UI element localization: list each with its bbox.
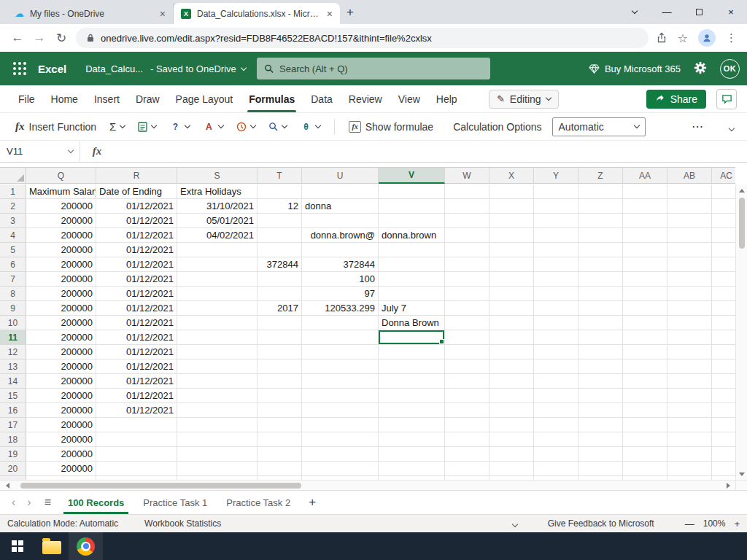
cell-AB18[interactable] xyxy=(667,432,712,447)
column-header-z[interactable]: Z xyxy=(578,168,623,184)
browser-profile-avatar[interactable] xyxy=(698,29,716,47)
cell-AC6[interactable] xyxy=(712,257,735,272)
cell-V13[interactable] xyxy=(379,359,445,374)
ribbon-tab-review[interactable]: Review xyxy=(341,85,390,112)
cell-R20[interactable] xyxy=(96,462,177,476)
cell-Z7[interactable] xyxy=(578,272,623,287)
add-sheet-button[interactable]: + xyxy=(300,495,325,510)
cell-S7[interactable] xyxy=(177,272,258,287)
all-sheets-menu-icon[interactable]: ≡ xyxy=(37,496,58,509)
cell-AC8[interactable] xyxy=(712,287,735,301)
cell-V9[interactable]: July 7 xyxy=(379,301,445,316)
cell-X19[interactable] xyxy=(489,447,534,462)
cell-AC19[interactable] xyxy=(712,447,735,462)
cell-Z18[interactable] xyxy=(578,432,623,447)
cell-Y16[interactable] xyxy=(534,403,578,418)
cell-R12[interactable]: 01/12/2021 xyxy=(96,345,177,359)
cell-AA11[interactable] xyxy=(623,330,667,345)
row-header-16[interactable]: 16 xyxy=(0,403,26,418)
cell-R17[interactable] xyxy=(96,418,177,432)
minimize-button[interactable]: — xyxy=(651,0,683,24)
cell-S1[interactable]: Extra Holidays xyxy=(177,184,258,199)
cell-AC12[interactable] xyxy=(712,345,735,359)
cell-Q20[interactable]: 200000 xyxy=(26,462,96,476)
cell-T21[interactable] xyxy=(258,476,302,480)
cell-R19[interactable] xyxy=(96,447,177,462)
cell-W9[interactable] xyxy=(445,301,489,316)
cell-Y21[interactable] xyxy=(534,476,578,480)
cell-Q11[interactable]: 200000 xyxy=(26,330,96,345)
sheet-tab-practice-task-2[interactable]: Practice Task 2 xyxy=(217,491,300,514)
app-launcher-button[interactable] xyxy=(7,56,32,81)
cell-AC1[interactable] xyxy=(712,184,735,199)
cell-AA13[interactable] xyxy=(623,359,667,374)
cell-S3[interactable]: 05/01/2021 xyxy=(177,214,258,228)
url-input[interactable]: onedrive.live.com/edit.aspx?resid=FDB8F4… xyxy=(76,28,649,48)
cell-Y19[interactable] xyxy=(534,447,578,462)
cell-W3[interactable] xyxy=(445,214,489,228)
cell-T6[interactable]: 372844 xyxy=(258,257,302,272)
cell-Y10[interactable] xyxy=(534,316,578,330)
column-header-u[interactable]: U xyxy=(302,168,379,184)
cell-AA5[interactable] xyxy=(623,243,667,257)
cell-U13[interactable] xyxy=(302,359,379,374)
row-header-15[interactable]: 15 xyxy=(0,389,26,403)
cell-AC9[interactable] xyxy=(712,301,735,316)
cell-AB5[interactable] xyxy=(667,243,712,257)
cell-Y14[interactable] xyxy=(534,374,578,389)
row-header-7[interactable]: 7 xyxy=(0,272,26,287)
cell-AA10[interactable] xyxy=(623,316,667,330)
cell-AA21[interactable] xyxy=(623,476,667,480)
logical-functions-dropdown[interactable]: ? xyxy=(166,119,193,135)
sheet-nav-right[interactable]: › xyxy=(21,496,36,509)
chrome-taskbar-button[interactable] xyxy=(69,532,103,560)
search-box[interactable] xyxy=(257,58,490,79)
cell-W11[interactable] xyxy=(445,330,489,345)
row-header-14[interactable]: 14 xyxy=(0,374,26,389)
cell-V18[interactable] xyxy=(379,432,445,447)
cell-W19[interactable] xyxy=(445,447,489,462)
cell-S4[interactable]: 04/02/2021 xyxy=(177,228,258,243)
cell-Y18[interactable] xyxy=(534,432,578,447)
cell-AA3[interactable] xyxy=(623,214,667,228)
cell-U9[interactable]: 120533.299 xyxy=(302,301,379,316)
cell-S21[interactable] xyxy=(177,476,258,480)
cell-V17[interactable] xyxy=(379,418,445,432)
cell-Z9[interactable] xyxy=(578,301,623,316)
column-header-x[interactable]: X xyxy=(489,168,534,184)
cell-W15[interactable] xyxy=(445,389,489,403)
cell-R5[interactable]: 01/12/2021 xyxy=(96,243,177,257)
cell-V15[interactable] xyxy=(379,389,445,403)
cell-T15[interactable] xyxy=(258,389,302,403)
cell-U2[interactable]: donna xyxy=(302,199,379,214)
cell-Q21[interactable]: 200000 xyxy=(26,476,96,480)
cell-X18[interactable] xyxy=(489,432,534,447)
cell-X2[interactable] xyxy=(489,199,534,214)
cell-W13[interactable] xyxy=(445,359,489,374)
cell-X20[interactable] xyxy=(489,462,534,476)
cell-Z13[interactable] xyxy=(578,359,623,374)
cell-R7[interactable]: 01/12/2021 xyxy=(96,272,177,287)
cell-R11[interactable]: 01/12/2021 xyxy=(96,330,177,345)
fx-button[interactable]: fx xyxy=(80,141,114,162)
browser-tab-excel[interactable]: X Data_Calculations.xlsx - Microsof × xyxy=(174,3,340,24)
cell-Z12[interactable] xyxy=(578,345,623,359)
cell-X21[interactable] xyxy=(489,476,534,480)
cell-V10[interactable]: Donna Brown xyxy=(379,316,445,330)
column-header-aa[interactable]: AA xyxy=(623,168,667,184)
cell-X15[interactable] xyxy=(489,389,534,403)
cell-AA18[interactable] xyxy=(623,432,667,447)
cell-W20[interactable] xyxy=(445,462,489,476)
cell-V20[interactable] xyxy=(379,462,445,476)
cell-Q2[interactable]: 200000 xyxy=(26,199,96,214)
buy-microsoft-365-button[interactable]: Buy Microsoft 365 xyxy=(589,63,681,74)
column-header-y[interactable]: Y xyxy=(534,168,578,184)
cell-T5[interactable] xyxy=(258,243,302,257)
cell-Q17[interactable]: 200000 xyxy=(26,418,96,432)
cell-Y7[interactable] xyxy=(534,272,578,287)
cell-AB15[interactable] xyxy=(667,389,712,403)
cell-R6[interactable]: 01/12/2021 xyxy=(96,257,177,272)
row-header-17[interactable]: 17 xyxy=(0,418,26,432)
cell-AA1[interactable] xyxy=(623,184,667,199)
cell-S15[interactable] xyxy=(177,389,258,403)
